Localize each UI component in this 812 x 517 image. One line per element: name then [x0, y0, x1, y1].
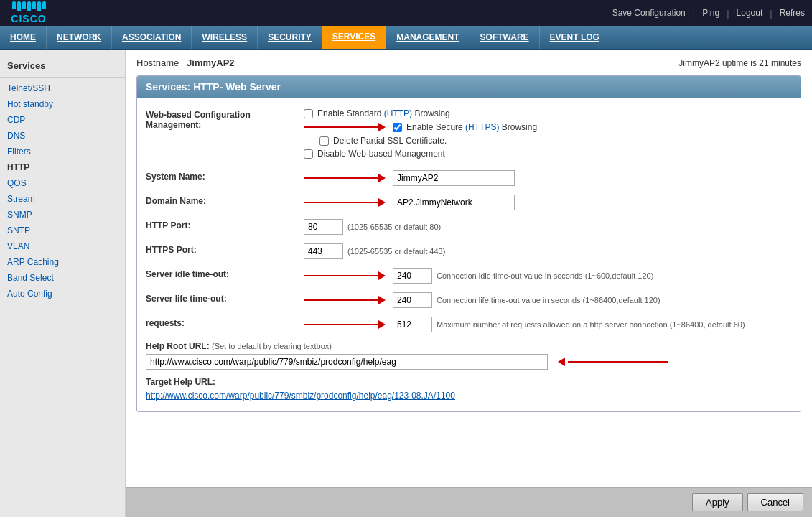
domain-name-controls: [304, 195, 792, 210]
hostname-bar: Hostname JimmyAP2 JimmyAP2 uptime is 21 …: [136, 57, 801, 68]
https-link: (HTTPS): [465, 122, 499, 132]
sidebar-item-dns[interactable]: DNS: [0, 128, 125, 144]
bar2: [17, 1, 21, 11]
sep3: |: [770, 8, 772, 19]
section-body: Web-based Configuration Management: Enab…: [137, 98, 801, 411]
server-idle-input[interactable]: [393, 268, 432, 284]
requests-row: requests: Maximum number of requests all…: [146, 317, 792, 332]
nav-services[interactable]: SERVICES: [322, 26, 386, 49]
delete-ssl-label: Delete Partial SSL Certificate.: [333, 136, 447, 146]
logout-link[interactable]: Logout: [737, 8, 763, 18]
nav-wireless[interactable]: WIRELESS: [192, 26, 258, 49]
nav-eventlog[interactable]: EVENT LOG: [540, 26, 610, 49]
nav-home[interactable]: HOME: [0, 26, 47, 49]
bar7: [42, 1, 46, 9]
enable-standard-checkbox[interactable]: [304, 109, 313, 118]
domain-name-row: Domain Name:: [146, 195, 792, 210]
sidebar-item-qos[interactable]: QOS: [0, 175, 125, 191]
top-bar: CISCO Save Configuration | Ping | Logout…: [0, 0, 812, 26]
section-header: Services: HTTP- Web Server: [137, 76, 801, 98]
server-idle-hint: Connection idle time-out value in second…: [437, 271, 653, 280]
requests-label: requests:: [146, 317, 304, 328]
nav-management[interactable]: MANAGEMENT: [386, 26, 470, 49]
https-port-hint: (1025-65535 or default 443): [347, 247, 445, 256]
requests-hint: Maximum number of requests allowed on a …: [437, 320, 745, 329]
https-port-label: HTTPS Port:: [146, 243, 304, 255]
section-panel: Services: HTTP- Web Server Web-based Con…: [136, 75, 801, 412]
disable-web-checkbox[interactable]: [304, 149, 313, 159]
enable-secure-row: Enable Secure (HTTPS) Browsing: [393, 122, 537, 132]
https-port-row: HTTPS Port: (1025-65535 or default 443): [146, 243, 792, 259]
hostname-display: Hostname JimmyAP2: [136, 57, 235, 68]
button-bar: Apply Cancel: [126, 487, 812, 517]
sidebar-item-http[interactable]: HTTP: [0, 159, 125, 175]
sidebar-item-vlan[interactable]: VLAN: [0, 238, 125, 254]
help-root-url-input[interactable]: [146, 354, 548, 370]
save-config-link[interactable]: Save Configuration: [612, 8, 686, 18]
sidebar-item-hot-standby[interactable]: Hot standby: [0, 96, 125, 112]
sidebar-item-snmp[interactable]: SNMP: [0, 207, 125, 223]
server-life-controls: Connection life time-out value in second…: [304, 292, 792, 308]
layout: Services Telnet/SSH Hot standby CDP DNS …: [0, 50, 812, 517]
sidebar-item-band-select[interactable]: Band Select: [0, 270, 125, 286]
disable-web-row: Disable Web-based Management: [304, 149, 792, 159]
sep2: |: [727, 8, 729, 19]
system-name-label: System Name:: [146, 170, 304, 182]
sidebar-title: Services: [0, 56, 125, 78]
bar1: [12, 1, 16, 9]
cisco-logo: CISCO: [7, 4, 50, 22]
domain-name-label: Domain Name:: [146, 195, 304, 206]
requests-controls: Maximum number of requests allowed on a …: [304, 317, 792, 332]
http-port-input[interactable]: [304, 219, 343, 235]
sidebar-item-telnet-ssh[interactable]: Telnet/SSH: [0, 80, 125, 96]
bottom-spacer: [136, 412, 801, 448]
http-link: (HTTP): [384, 108, 412, 118]
refresh-link[interactable]: Refres: [780, 8, 805, 18]
cisco-text: CISCO: [11, 13, 46, 24]
sidebar-item-stream[interactable]: Stream: [0, 191, 125, 207]
server-idle-row: Server idle time-out: Connection idle ti…: [146, 268, 792, 284]
help-root-url-row: [146, 354, 792, 370]
server-life-label: Server life time-out:: [146, 292, 304, 304]
help-root-url-section: Help Root URL: (Set to default by cleari…: [146, 341, 792, 370]
delete-ssl-checkbox[interactable]: [319, 136, 329, 146]
nav-network[interactable]: NETWORK: [47, 26, 112, 49]
web-config-label: Web-based Configuration Management:: [146, 108, 304, 130]
web-config-controls: Enable Standard (HTTP) Enable Standard (…: [304, 108, 792, 162]
server-life-input[interactable]: [393, 292, 432, 308]
nav-association[interactable]: ASSOCIATION: [112, 26, 192, 49]
requests-input[interactable]: [393, 317, 432, 332]
cancel-button[interactable]: Cancel: [747, 493, 803, 511]
sidebar-item-sntp[interactable]: SNTP: [0, 223, 125, 238]
enable-standard-label: Enable Standard (HTTP) Enable Standard (…: [317, 108, 450, 118]
uptime-text: JimmyAP2 uptime is 21 minutes: [678, 58, 801, 68]
web-config-row: Web-based Configuration Management: Enab…: [146, 108, 792, 162]
nav-bar: HOME NETWORK ASSOCIATION WIRELESS SECURI…: [0, 26, 812, 50]
http-port-hint: (1025-65535 or default 80): [347, 223, 441, 231]
target-help-url-label: Target Help URL:: [146, 377, 792, 387]
server-idle-label: Server idle time-out:: [146, 268, 304, 279]
server-idle-controls: Connection idle time-out value in second…: [304, 268, 792, 284]
bar5: [32, 1, 36, 9]
system-name-row: System Name:: [146, 170, 792, 186]
sidebar-item-filters[interactable]: Filters: [0, 144, 125, 159]
domain-name-input[interactable]: [393, 195, 515, 210]
nav-security[interactable]: SECURITY: [258, 26, 322, 49]
apply-button[interactable]: Apply: [692, 493, 743, 511]
sidebar-item-cdp[interactable]: CDP: [0, 112, 125, 128]
http-port-label: HTTP Port:: [146, 219, 304, 230]
sidebar-item-arp-caching[interactable]: ARP Caching: [0, 254, 125, 270]
ping-link[interactable]: Ping: [702, 8, 719, 18]
delete-ssl-row: Delete Partial SSL Certificate.: [319, 136, 792, 146]
target-help-url-link[interactable]: http://www.cisco.com/warp/public/779/smb…: [146, 391, 455, 401]
https-port-input[interactable]: [304, 243, 343, 259]
https-port-controls: (1025-65535 or default 443): [304, 243, 792, 259]
nav-software[interactable]: SOFTWARE: [470, 26, 540, 49]
server-life-hint: Connection life time-out value in second…: [437, 296, 661, 304]
sidebar-item-auto-config[interactable]: Auto Config: [0, 286, 125, 302]
logo: CISCO: [7, 4, 50, 22]
system-name-input[interactable]: [393, 170, 515, 186]
disable-web-label: Disable Web-based Management: [317, 149, 445, 159]
help-root-url-sub: (Set to default by clearing textbox): [212, 342, 332, 350]
enable-secure-checkbox[interactable]: [393, 123, 402, 132]
